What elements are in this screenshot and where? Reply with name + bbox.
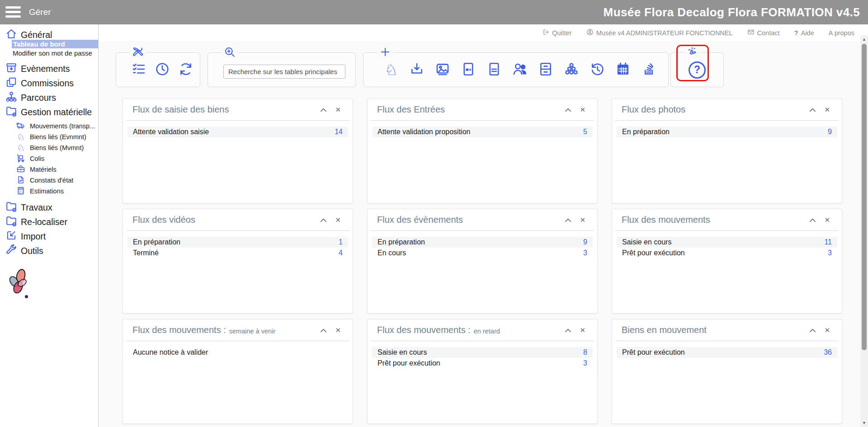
widget-flux-des-videos: Flux des vidéos✕En préparation1Terminé4: [123, 209, 353, 314]
widget-flux-des-entrees: Flux des Entrées✕Attente validation prop…: [367, 99, 598, 203]
row-value[interactable]: 36: [824, 348, 832, 357]
close-icon[interactable]: ✕: [335, 216, 341, 223]
clock-button[interactable]: [155, 61, 170, 79]
magnifier-plus-icon: [222, 46, 238, 58]
checklist-icon: [131, 61, 146, 79]
sidebar-item-gestion-materielle[interactable]: Gestion matérielle: [0, 105, 98, 119]
cluster-button[interactable]: [564, 61, 579, 79]
scrollbar-down-arrow[interactable]: ▼: [860, 419, 868, 427]
divider: [371, 341, 594, 341]
row-value[interactable]: 3: [583, 359, 587, 367]
toolbar-group-search: [208, 52, 356, 87]
text-doc-button[interactable]: [486, 61, 502, 79]
close-icon[interactable]: ✕: [335, 327, 341, 333]
close-icon[interactable]: ✕: [580, 106, 585, 113]
photo-button[interactable]: [435, 61, 450, 79]
people-button[interactable]: [512, 61, 528, 79]
close-icon[interactable]: ✕: [580, 216, 585, 223]
collapse-chevron-icon[interactable]: [809, 328, 816, 333]
question-circle-button[interactable]: ?: [689, 61, 706, 79]
sidebar-item-evenements[interactable]: Evènements: [0, 62, 98, 75]
row-value[interactable]: 3: [828, 249, 832, 257]
question-icon: ?: [794, 29, 798, 37]
sidebar-item-estimations[interactable]: Estimations: [0, 186, 98, 197]
row-label: En cours: [377, 249, 406, 257]
widget-title: Flux des Entrées: [377, 104, 445, 115]
row-value[interactable]: 9: [828, 128, 832, 136]
row-value[interactable]: 1: [339, 238, 343, 246]
close-icon[interactable]: ✕: [335, 106, 341, 113]
collapse-chevron-icon[interactable]: [565, 328, 571, 333]
scrollbar-up-arrow[interactable]: ▲: [860, 36, 868, 43]
collapse-chevron-icon[interactable]: [809, 108, 816, 112]
sidebar-item-colis[interactable]: Colis: [0, 153, 98, 164]
refresh-icon: [178, 61, 193, 79]
header-link-contact[interactable]: Contact: [747, 28, 780, 37]
calendar-icon: [615, 61, 631, 79]
sidebar-item-re-localiser[interactable]: Re-localiser: [0, 215, 98, 229]
row-value[interactable]: 14: [335, 128, 343, 136]
sidebar-item-biens-lies-mvmnt[interactable]: ♘Biens liés (Mvmnt): [0, 142, 98, 153]
sidebar-item-biens-lies-evnmnt[interactable]: ♘Biens liés (Evnmnt): [0, 131, 98, 142]
hamburger-menu-icon[interactable]: [5, 6, 21, 18]
header-link-a-propos[interactable]: A propos: [829, 29, 854, 37]
sidebar: GénéralTableau de bordModifier son mot d…: [0, 24, 99, 427]
checklist-button[interactable]: [131, 61, 146, 79]
sidebar-item-mouvements-transp[interactable]: Mouvements (transp...: [0, 121, 98, 131]
row-value[interactable]: 8: [583, 348, 587, 357]
divider: [126, 341, 349, 341]
collapse-chevron-icon[interactable]: [565, 108, 571, 112]
close-icon[interactable]: ✕: [824, 216, 830, 223]
widget-row: Saisie en cours11: [617, 237, 837, 248]
logo-dot: [25, 295, 28, 298]
stack-button[interactable]: [641, 61, 656, 79]
header-link-quitter[interactable]: Quitter: [542, 28, 572, 37]
question-circle-icon: ?: [689, 61, 706, 79]
row-label: Prêt pour exécution: [622, 348, 685, 357]
widget-title: Flux des vidéos: [132, 215, 195, 225]
sidebar-item-general[interactable]: Général: [0, 24, 98, 38]
widget-flux-de-saisie-des-biens: Flux de saisie des biens✕Attente validat…: [123, 99, 353, 203]
collapse-chevron-icon[interactable]: [809, 218, 816, 222]
sidebar-item-commissions[interactable]: Commissions: [0, 76, 98, 90]
search-input[interactable]: [223, 65, 345, 79]
row-value[interactable]: 11: [824, 238, 832, 246]
refresh-button[interactable]: [178, 61, 193, 79]
collapse-chevron-icon[interactable]: [320, 108, 327, 112]
header-link-musee-v4-administrateur-fonctionnel[interactable]: Musée v4 ADMINISTRATEUR FONCTIONNEL: [586, 28, 733, 37]
row-label: En préparation: [133, 238, 180, 246]
header-links-bar: QuitterMusée v4 ADMINISTRATEUR FONCTIONN…: [0, 24, 868, 41]
sidebar-item-import[interactable]: Import: [0, 229, 98, 244]
video-doc-button[interactable]: [461, 61, 476, 79]
history-button[interactable]: [590, 61, 605, 79]
sidebar-item-materiels[interactable]: Matériels: [0, 164, 98, 175]
sidebar-item-modifier-son-mot-de-passe[interactable]: Modifier son mot de passe: [0, 48, 98, 58]
row-label: Attente validation proposition: [377, 128, 470, 136]
collapse-chevron-icon[interactable]: [565, 218, 571, 222]
row-value[interactable]: 3: [583, 249, 587, 257]
download-button[interactable]: [409, 61, 425, 79]
row-value[interactable]: 5: [583, 128, 587, 136]
knight-button[interactable]: ♘: [383, 62, 399, 78]
collapse-chevron-icon[interactable]: [320, 218, 327, 222]
toolbar-group-dashboard: [116, 52, 200, 87]
sidebar-item-parcours[interactable]: Parcours: [0, 91, 98, 104]
collapse-chevron-icon[interactable]: [320, 328, 327, 333]
row-value[interactable]: 9: [583, 238, 587, 246]
sidebar-item-travaux[interactable]: Travaux: [0, 200, 98, 215]
close-icon[interactable]: ✕: [580, 327, 585, 333]
sidebar-item-constats-d-etat[interactable]: Constats d'état: [0, 175, 98, 186]
divider: [371, 120, 594, 121]
calendar-button[interactable]: [615, 61, 631, 79]
sidebar-item-outils[interactable]: Outils: [0, 244, 98, 258]
header-link-aide[interactable]: ?Aide: [794, 29, 814, 37]
close-icon[interactable]: ✕: [824, 327, 830, 333]
scrollbar-thumb[interactable]: [862, 44, 867, 350]
widget-row: Terminé4: [127, 248, 348, 258]
cabinet-button[interactable]: [538, 61, 553, 79]
divider: [615, 230, 839, 231]
close-icon[interactable]: ✕: [824, 106, 830, 113]
widget-row: Prêt pour exécution3: [372, 358, 593, 369]
row-value[interactable]: 4: [339, 249, 343, 257]
sidebar-item-tableau-de-bord[interactable]: Tableau de bord: [12, 40, 98, 48]
